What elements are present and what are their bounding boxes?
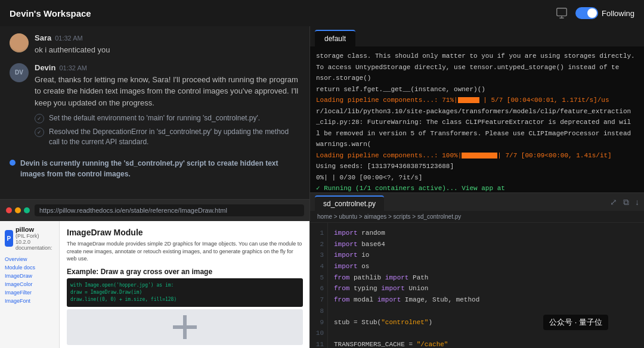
browser-main: ImageDraw Module The ImageDraw module pr…	[60, 221, 310, 348]
terminal-line: 0%| | 0/30 [00:00<?, ?it/s]	[316, 173, 638, 183]
browser-preview: P pillow (PIL Fork) 10.2.0 documentation…	[0, 199, 310, 348]
list-item: Resolved the DeprecationError in 'sd_con…	[35, 127, 300, 147]
pillow-icon: P	[5, 230, 13, 247]
list-item[interactable]: Module docs	[5, 264, 54, 271]
download-icon[interactable]: ↓	[635, 197, 639, 207]
checklist-text: Set the default environment to 'main' fo…	[49, 113, 260, 123]
code-line: from pathlib import Path	[334, 272, 638, 284]
code-line: from typing import Union	[334, 283, 638, 294]
svg-rect-0	[557, 8, 567, 16]
terminal-line: Loading pipeline components...: 100%|| 7…	[316, 151, 638, 161]
list-item[interactable]: ImageFont	[5, 297, 54, 304]
breadcrumb-text: home > ubuntu > aimages > scripts > sd_c…	[317, 213, 461, 220]
status-script: Devin is currently running the 'sd_contr…	[20, 159, 278, 178]
terminal-line: ✓ Running (1/1 containers active)... Vie…	[316, 184, 638, 192]
module-subtitle: Module	[114, 228, 143, 237]
check-icon	[35, 114, 44, 123]
pillow-title: pillow	[16, 226, 54, 233]
sender-name: Devin	[35, 63, 55, 72]
message-content: Devin 01:32 AM Great, thanks for letting…	[35, 63, 300, 147]
terminal-line: warnings.warn(	[316, 139, 638, 150]
code-lines: import random import base64 import io im…	[328, 223, 644, 348]
code-line	[334, 328, 638, 339]
code-body: 123456789101112131415 import random impo…	[310, 223, 644, 348]
terminal-line: Loading pipeline components...: 71%| | 5…	[316, 95, 638, 105]
module-title: ImageDraw Module	[67, 227, 303, 238]
cross-image	[170, 312, 200, 342]
code-line: draw.line((0, 0) + im.size, fill=128)	[70, 296, 299, 303]
code-preview: with Image.open('hopper.jpg') as im: dra…	[67, 278, 303, 307]
expand-icon[interactable]: ⤢	[610, 197, 617, 207]
list-item[interactable]: ImageColor	[5, 281, 54, 288]
message-header: Sara 01:32 AM	[35, 33, 300, 42]
terminal-tabs: default	[310, 26, 644, 46]
tab-sd-controlnet[interactable]: sd_controlnet.py	[315, 195, 384, 211]
terminal-line: Using seeds: [13137943683875123688]	[316, 161, 638, 172]
avatar	[10, 33, 29, 52]
following-toggle-container: Following	[575, 7, 634, 19]
terminal-line: l be removed in version 5 of Transformer…	[316, 129, 638, 139]
browser-content: P pillow (PIL Fork) 10.2.0 documentation…	[0, 221, 310, 348]
sender-name: Sara	[35, 33, 51, 42]
message-content: Sara 01:32 AM ok i authenticated you	[35, 33, 300, 56]
code-line: import io	[334, 250, 638, 261]
code-line: with Image.open('hopper.jpg') as im:	[70, 282, 299, 289]
code-line: import os	[334, 261, 638, 272]
message-header: Devin 01:32 AM	[35, 63, 300, 72]
minimize-dot[interactable]	[15, 207, 21, 213]
right-panel: default storage class. This should only …	[310, 26, 644, 348]
status-dot	[10, 160, 16, 166]
code-line: draw = ImageDraw.Draw(im)	[70, 289, 299, 296]
browser-bar	[0, 200, 310, 221]
pillow-version: (PIL Fork) 10.2.0 documentation:	[16, 233, 54, 251]
chat-panel: Sara 01:32 AM ok i authenticated you DV …	[0, 26, 310, 348]
message-text: Great, thanks for letting me know, Sara!…	[35, 74, 300, 109]
code-panel: sd_controlnet.py ⤢ ⧉ ↓ home > ubuntu > a…	[310, 193, 644, 348]
browser-image-preview	[67, 309, 303, 345]
copy-icon[interactable]: ⧉	[623, 197, 629, 207]
status-text: Devin is currently running the 'sd_contr…	[20, 158, 300, 179]
message-time: 01:32 AM	[55, 35, 82, 42]
list-item[interactable]: ImageFilter	[5, 289, 54, 296]
code-line: from modal import Image, Stub, method	[334, 294, 638, 306]
terminal-panel: default storage class. This should only …	[310, 26, 644, 193]
browser-sidebar: P pillow (PIL Fork) 10.2.0 documentation…	[0, 221, 60, 348]
tab-default[interactable]: default	[315, 30, 355, 46]
module-name: ImageDraw	[67, 228, 112, 237]
list-item[interactable]: ImageDraw	[5, 272, 54, 279]
checklist: Set the default environment to 'main' fo…	[35, 113, 300, 147]
cross-vertical	[183, 315, 187, 339]
terminal-line: r/local/lib/python3.10/site-packages/tra…	[316, 107, 638, 117]
code-line: import random	[334, 228, 638, 239]
code-tabs: sd_controlnet.py ⤢ ⧉ ↓	[310, 193, 644, 211]
maximize-dot[interactable]	[24, 207, 30, 213]
message-row: Sara 01:32 AM ok i authenticated you	[10, 33, 300, 56]
header-right: Following	[555, 7, 634, 20]
checklist-text: Resolved the DeprecationError in 'sd_con…	[49, 127, 300, 147]
code-line: stub = Stub("controlnet")	[334, 317, 638, 328]
browser-url-input[interactable]	[35, 204, 304, 216]
terminal-body: storage class. This should only matter t…	[310, 46, 644, 192]
following-label: Following	[602, 9, 634, 18]
code-tab-actions: ⤢ ⧉ ↓	[610, 197, 639, 210]
code-line	[334, 306, 638, 317]
main-layout: Sara 01:32 AM ok i authenticated you DV …	[0, 26, 644, 348]
list-item: Set the default environment to 'main' fo…	[35, 113, 300, 123]
terminal-line: To access UntypedStorage directly, use t…	[316, 63, 638, 73]
list-item[interactable]: Overview	[5, 256, 54, 263]
workspace-title: Devin's Workspace	[10, 8, 91, 18]
terminal-line: nsor.storage()	[316, 73, 638, 83]
avatar: DV	[10, 63, 29, 82]
close-dot[interactable]	[6, 207, 12, 213]
pillow-logo: P pillow (PIL Fork) 10.2.0 documentation…	[5, 226, 54, 251]
line-numbers: 123456789101112131415	[310, 223, 328, 348]
code-line: TRANSFORMERS_CACHE = "/cache"	[334, 339, 638, 348]
browser-dots	[6, 207, 30, 213]
terminal-line: storage class. This should only matter t…	[316, 51, 638, 61]
following-toggle[interactable]	[575, 7, 598, 19]
toggle-knob	[587, 8, 597, 18]
message-time: 01:32 AM	[59, 64, 86, 72]
screenshot-icon[interactable]	[555, 7, 568, 20]
breadcrumb: home > ubuntu > aimages > scripts > sd_c…	[310, 211, 644, 223]
chat-messages: Sara 01:32 AM ok i authenticated you DV …	[0, 26, 309, 199]
